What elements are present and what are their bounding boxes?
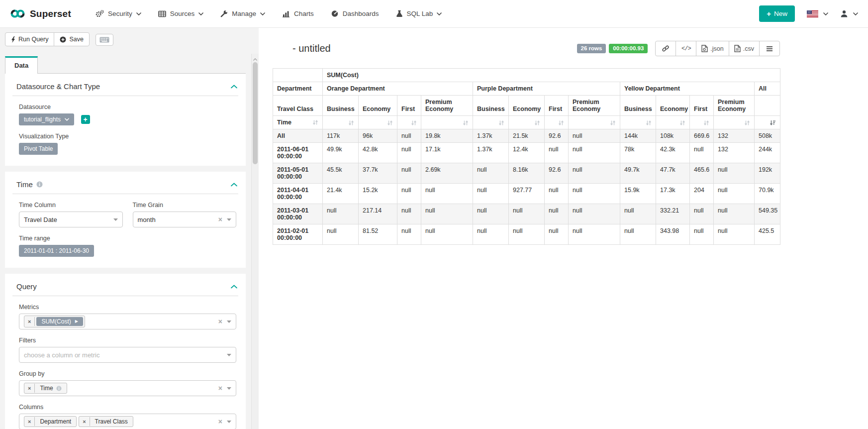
sort-header[interactable] bbox=[323, 116, 359, 129]
remove-column-icon[interactable]: × bbox=[79, 417, 90, 426]
sort-header[interactable] bbox=[359, 116, 397, 129]
pivot-cell: null bbox=[569, 163, 620, 184]
clear-icon[interactable]: × bbox=[218, 318, 222, 325]
remove-column-icon[interactable]: × bbox=[24, 417, 35, 426]
explore-tabs: Data bbox=[5, 56, 246, 74]
nav-item-label: Charts bbox=[294, 10, 314, 17]
run-query-label: Run Query bbox=[18, 36, 48, 43]
keyboard-shortcuts-button[interactable] bbox=[96, 34, 113, 46]
pivot-cell: 132 bbox=[714, 143, 755, 163]
embed-code-button[interactable]: </> bbox=[675, 41, 696, 56]
caret-down-icon bbox=[227, 421, 231, 423]
sort-header[interactable] bbox=[473, 116, 509, 129]
us-flag-icon bbox=[807, 10, 818, 17]
time-column-select[interactable]: Travel Date bbox=[19, 212, 123, 227]
sort-header[interactable] bbox=[620, 116, 656, 129]
sort-header-active[interactable] bbox=[755, 116, 780, 129]
nav-item-dashboards[interactable]: Dashboards bbox=[322, 0, 387, 28]
pivot-cell: 117k bbox=[323, 129, 359, 143]
pivot-cell: null bbox=[473, 184, 509, 204]
nav-item-manage[interactable]: Manage bbox=[212, 0, 274, 28]
pivot-row: 2011-05-01 00:00:0045.5k37.7knull2.69knu… bbox=[273, 163, 780, 184]
remove-metric-icon[interactable]: × bbox=[24, 317, 35, 326]
sort-icon bbox=[498, 120, 504, 126]
time-range-value-chip[interactable]: 2011-01-01 : 2011-06-30 bbox=[19, 245, 94, 257]
groupby-select[interactable]: × Time bbox=[19, 380, 236, 396]
query-section: Query Metrics × SUM(Cost) ▶ bbox=[5, 274, 246, 429]
metric-chip-label[interactable]: SUM(Cost) ▶ bbox=[36, 317, 83, 326]
chevron-up-icon[interactable] bbox=[231, 183, 237, 187]
pivot-cell: null bbox=[397, 129, 421, 143]
chevron-up-icon[interactable] bbox=[231, 85, 237, 89]
nav-item-security[interactable]: Security bbox=[87, 0, 150, 28]
chart-title[interactable]: - untitled bbox=[292, 43, 331, 54]
pivot-cell: null bbox=[397, 163, 421, 184]
pivot-metric-header: SUM(Cost) bbox=[323, 69, 780, 82]
viz-type-value-chip[interactable]: Pivot Table bbox=[19, 143, 58, 155]
pivot-cell: null bbox=[421, 184, 473, 204]
remove-groupby-icon[interactable]: × bbox=[24, 384, 35, 393]
tab-data[interactable]: Data bbox=[5, 56, 38, 74]
column-chip-department[interactable]: × Department bbox=[24, 416, 77, 427]
user-icon bbox=[840, 10, 848, 17]
nav-item-sources[interactable]: Sources bbox=[150, 0, 212, 28]
chevron-down-icon bbox=[260, 12, 265, 15]
sort-header[interactable] bbox=[397, 116, 421, 129]
export-json-label: .json bbox=[710, 45, 723, 52]
pivot-cell: 96k bbox=[359, 129, 397, 143]
filters-select[interactable]: choose a column or metric bbox=[19, 347, 236, 363]
caret-right-icon: ▶ bbox=[75, 320, 78, 323]
sort-header[interactable] bbox=[569, 116, 620, 129]
scroll-up-icon[interactable] bbox=[253, 58, 257, 61]
export-json-button[interactable]: .json bbox=[696, 41, 729, 56]
short-url-button[interactable] bbox=[655, 41, 676, 56]
column-chip-travel-class[interactable]: × Travel Class bbox=[79, 416, 133, 427]
datasource-value-chip[interactable]: tutorial_flights bbox=[19, 113, 74, 125]
section-header-datasource[interactable]: Datasource & Chart Type bbox=[12, 82, 238, 96]
scrollbar-thumb[interactable] bbox=[253, 62, 258, 164]
time-grain-select[interactable]: month × bbox=[133, 212, 237, 227]
pivot-cell: null bbox=[473, 224, 509, 245]
section-header-time[interactable]: Time bbox=[12, 180, 238, 194]
language-selector[interactable] bbox=[807, 10, 828, 17]
pivot-cell: null bbox=[397, 184, 421, 204]
sort-header[interactable] bbox=[421, 116, 473, 129]
nav-item-charts[interactable]: Charts bbox=[274, 0, 322, 28]
sort-header[interactable] bbox=[545, 116, 569, 129]
chevron-up-icon[interactable] bbox=[231, 285, 237, 289]
pivot-cell: 669.6 bbox=[690, 129, 714, 143]
chart-menu-button[interactable] bbox=[759, 41, 780, 56]
sort-header[interactable] bbox=[656, 116, 690, 129]
sort-header[interactable] bbox=[509, 116, 545, 129]
run-query-button[interactable]: Run Query bbox=[5, 32, 54, 46]
time-grain-value: month bbox=[138, 216, 156, 223]
clear-icon[interactable]: × bbox=[218, 418, 222, 425]
clear-icon[interactable]: × bbox=[218, 216, 222, 223]
clear-icon[interactable]: × bbox=[218, 385, 222, 392]
new-button[interactable]: + New bbox=[759, 5, 795, 22]
export-csv-label: .csv bbox=[743, 45, 754, 52]
pivot-cell: 17.3k bbox=[656, 184, 690, 204]
section-header-query[interactable]: Query bbox=[12, 282, 238, 296]
pivot-row: 2011-06-01 00:00:0049.9k42.8knull17.1k1.… bbox=[273, 143, 780, 163]
superset-logo[interactable]: Superset bbox=[10, 8, 71, 19]
metric-chip[interactable]: × SUM(Cost) ▶ bbox=[24, 316, 85, 327]
groupby-chip[interactable]: × Time bbox=[24, 383, 67, 394]
save-button[interactable]: Save bbox=[54, 32, 90, 46]
sort-header[interactable] bbox=[714, 116, 755, 129]
pivot-cell: null bbox=[509, 224, 545, 245]
panel-scrollbar[interactable] bbox=[251, 54, 259, 429]
export-button-group: </> .json bbox=[655, 41, 780, 56]
add-datasource-button[interactable]: + bbox=[81, 115, 90, 124]
export-csv-button[interactable]: .csv bbox=[729, 41, 760, 56]
sort-header-time[interactable]: Time bbox=[273, 116, 323, 129]
hamburger-menu-icon bbox=[766, 46, 773, 52]
code-icon: </> bbox=[681, 45, 691, 52]
pivot-cell: 343.98 bbox=[656, 224, 690, 245]
columns-select[interactable]: × Department × Travel Class × bbox=[19, 414, 236, 429]
user-menu[interactable] bbox=[840, 10, 858, 17]
chevron-down-icon bbox=[136, 12, 141, 15]
metrics-select[interactable]: × SUM(Cost) ▶ × bbox=[19, 314, 236, 329]
nav-item-sql-lab[interactable]: SQL Lab bbox=[387, 0, 451, 28]
sort-header[interactable] bbox=[690, 116, 714, 129]
